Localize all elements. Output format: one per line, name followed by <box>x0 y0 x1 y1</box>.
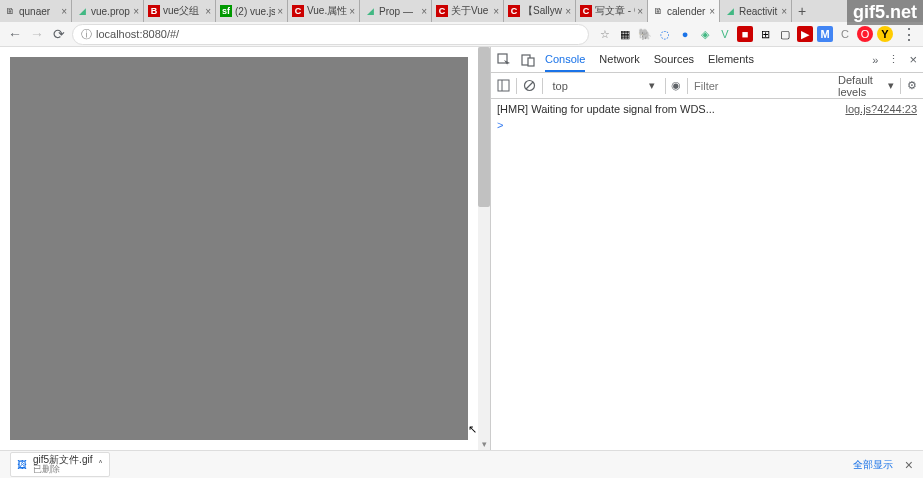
menu-button[interactable]: ⋮ <box>901 25 917 44</box>
sidebar-toggle-icon[interactable] <box>497 79 510 92</box>
url-input[interactable]: ⓘ localhost:8080/#/ <box>72 24 589 45</box>
ext-icon[interactable]: ▢ <box>777 26 793 42</box>
page-icon: 🗎 <box>4 5 16 17</box>
ext-icon[interactable]: ▦ <box>617 26 633 42</box>
scrollbar-vertical[interactable]: ▾ <box>478 47 490 450</box>
tab-title: qunaer <box>19 6 59 17</box>
csdn-icon: C <box>580 5 592 17</box>
console-message: [HMR] Waiting for update signal from WDS… <box>497 103 715 115</box>
ext-icon[interactable]: C <box>837 26 853 42</box>
levels-select[interactable]: Default levels ▾ <box>838 74 894 98</box>
close-icon[interactable]: × <box>349 6 355 17</box>
tab-title: 关于Vue <box>451 4 491 18</box>
scrollbar-thumb[interactable] <box>478 47 490 207</box>
sf-icon: sf <box>220 5 232 17</box>
close-icon[interactable]: × <box>277 6 283 17</box>
download-status: 已删除 <box>33 465 92 474</box>
tab-network[interactable]: Network <box>599 48 639 72</box>
tab-sources[interactable]: Sources <box>654 48 694 72</box>
ext-icon[interactable]: ◈ <box>697 26 713 42</box>
tab-title: 【Sallyw <box>523 4 563 18</box>
console-log-line: [HMR] Waiting for update signal from WDS… <box>497 103 917 115</box>
ext-icon[interactable]: ⊞ <box>757 26 773 42</box>
close-icon[interactable]: × <box>637 6 643 17</box>
tab-title: Vue.属性 <box>307 4 347 18</box>
page-viewport: ↖ <box>0 47 478 450</box>
separator <box>665 78 666 94</box>
ext-icon[interactable]: ● <box>677 26 693 42</box>
browser-tab[interactable]: C【Sallyw× <box>504 0 576 22</box>
back-button[interactable]: ← <box>6 25 24 43</box>
tab-title: (2) vue.js <box>235 6 275 17</box>
close-icon[interactable]: × <box>565 6 571 17</box>
vue-icon: ◢ <box>364 5 376 17</box>
tab-console[interactable]: Console <box>545 48 585 72</box>
more-tabs-icon[interactable]: » <box>872 54 878 66</box>
evernote-icon[interactable]: 🐘 <box>637 26 653 42</box>
star-icon[interactable]: ☆ <box>597 26 613 42</box>
close-icon[interactable]: × <box>205 6 211 17</box>
yandex-icon[interactable]: Y <box>877 26 893 42</box>
context-select[interactable]: top▾ <box>549 77 659 94</box>
browser-tab[interactable]: ◢Prop —× <box>360 0 432 22</box>
separator <box>687 78 688 94</box>
main-area: ↖ ▾ Console Network Sources Elements » ⋮… <box>0 47 923 450</box>
svg-rect-3 <box>498 80 509 91</box>
opera-icon[interactable]: O <box>857 26 873 42</box>
show-all-link[interactable]: 全部显示 <box>853 458 893 472</box>
cursor-icon: ↖ <box>468 423 477 436</box>
extension-icons: ☆ ▦ 🐘 ◌ ● ◈ V ■ ⊞ ▢ ▶ M C O Y ⋮ <box>597 25 917 44</box>
ext-icon[interactable]: ◌ <box>657 26 673 42</box>
devtools-panel: Console Network Sources Elements » ⋮ × t… <box>490 47 923 450</box>
browser-tab[interactable]: C写文章 - C× <box>576 0 648 22</box>
browser-tab[interactable]: ◢Reactivit× <box>720 0 792 22</box>
close-icon[interactable]: × <box>909 52 917 67</box>
browser-tab[interactable]: CVue.属性× <box>288 0 360 22</box>
filter-input[interactable] <box>694 80 832 92</box>
scrollbar-down-icon[interactable]: ▾ <box>478 438 490 450</box>
browser-tab[interactable]: 🗎qunaer× <box>0 0 72 22</box>
console-source-link[interactable]: log.js?4244:23 <box>845 103 917 115</box>
download-item[interactable]: 🖼 gif5新文件.gif 已删除 ˄ <box>10 452 110 477</box>
console-toolbar: top▾ ◉ Default levels ▾ ⚙ <box>491 73 923 99</box>
info-icon: ⓘ <box>81 27 92 42</box>
close-icon[interactable]: × <box>709 6 715 17</box>
tab-title: vue.prop <box>91 6 131 17</box>
tab-title: 写文章 - C <box>595 4 635 18</box>
new-tab-button[interactable]: + <box>792 0 812 22</box>
close-icon[interactable]: × <box>421 6 427 17</box>
console-prompt[interactable]: > <box>497 119 917 131</box>
chevron-down-icon: ▾ <box>649 79 655 92</box>
browser-tab[interactable]: sf(2) vue.js× <box>216 0 288 22</box>
clear-icon[interactable] <box>523 79 536 92</box>
browser-tab-active[interactable]: 🗎calender× <box>648 0 720 22</box>
eye-icon[interactable]: ◉ <box>671 79 681 92</box>
separator <box>900 78 901 94</box>
browser-tab[interactable]: ◢vue.prop× <box>72 0 144 22</box>
url-text: localhost:8080/#/ <box>96 28 179 40</box>
chevron-up-icon[interactable]: ˄ <box>98 459 103 470</box>
close-icon[interactable]: × <box>493 6 499 17</box>
tab-elements[interactable]: Elements <box>708 48 754 72</box>
close-icon[interactable]: × <box>781 6 787 17</box>
browser-tab[interactable]: Bvue父组× <box>144 0 216 22</box>
ext-icon[interactable]: ■ <box>737 26 753 42</box>
gear-icon[interactable]: ⚙ <box>907 79 917 92</box>
tab-title: Reactivit <box>739 6 779 17</box>
csdn-icon: C <box>292 5 304 17</box>
vue-devtools-icon[interactable]: V <box>717 26 733 42</box>
inspect-icon[interactable] <box>497 53 511 67</box>
close-icon[interactable]: × <box>61 6 67 17</box>
kebab-icon[interactable]: ⋮ <box>888 53 899 66</box>
console-output: [HMR] Waiting for update signal from WDS… <box>491 99 923 450</box>
forward-button[interactable]: → <box>28 25 46 43</box>
browser-tab[interactable]: C关于Vue× <box>432 0 504 22</box>
close-icon[interactable]: × <box>133 6 139 17</box>
reload-button[interactable]: ⟳ <box>50 25 68 43</box>
close-icon[interactable]: × <box>905 457 913 473</box>
ext-icon[interactable]: M <box>817 26 833 42</box>
address-bar: ← → ⟳ ⓘ localhost:8080/#/ ☆ ▦ 🐘 ◌ ● ◈ V … <box>0 22 923 47</box>
youtube-icon[interactable]: ▶ <box>797 26 813 42</box>
device-icon[interactable] <box>521 53 535 67</box>
svg-rect-2 <box>528 58 534 66</box>
